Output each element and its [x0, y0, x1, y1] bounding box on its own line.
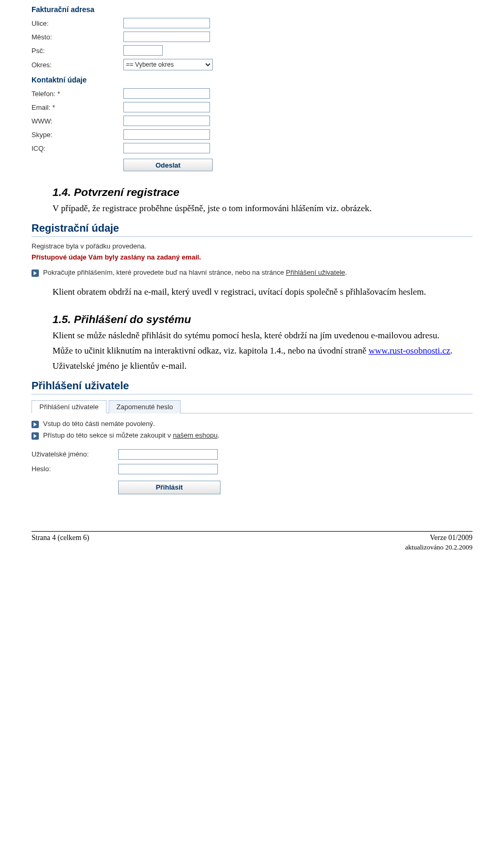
panel-login: Přihlášení uživatele Přihlášení uživatel… — [32, 380, 472, 494]
heading-1-5: 1.5. Přihlášení do systému — [52, 313, 472, 326]
row-zip: Psč: — [32, 45, 472, 56]
link-eshop[interactable]: našem eshopu — [173, 431, 217, 439]
label-email: Email: * — [32, 103, 123, 111]
input-city[interactable] — [123, 32, 210, 42]
label-street: Ulice: — [32, 19, 123, 27]
para-1-5-b: Může to učinit kliknutím na interaktivní… — [32, 345, 472, 357]
footer-page: Strana 4 (celkem 6) — [32, 534, 89, 552]
row-city: Město: — [32, 32, 472, 42]
para-1-4-outro: Klient obratem obdrží na e-mail, který u… — [32, 286, 472, 298]
row-district: Okres: == Vyberte okres — [32, 59, 472, 70]
row-www: WWW: — [32, 116, 472, 126]
arrow-right-icon — [32, 432, 39, 440]
bullet-text-post: . — [345, 268, 347, 276]
label-zip: Psč: — [32, 47, 123, 55]
input-www[interactable] — [123, 116, 210, 126]
row-phone: Telefon: * — [32, 88, 472, 99]
label-city: Město: — [32, 33, 123, 41]
input-username[interactable] — [118, 449, 218, 460]
input-skype[interactable] — [123, 129, 210, 140]
link-login-page[interactable]: Přihlášení uživatele — [286, 268, 345, 276]
input-street[interactable] — [123, 18, 210, 28]
tab-login[interactable]: Přihlášení uživatele — [32, 400, 107, 413]
section-title-contact: Kontaktní údaje — [32, 76, 472, 84]
bullet-buy-pre: Přístup do této sekce si můžete zakoupit… — [43, 431, 173, 439]
arrow-right-icon — [32, 269, 39, 277]
row-username: Uživatelské jméno: — [32, 449, 472, 460]
para-1-5-c: Uživatelské jméno je klientův e-mail. — [32, 360, 472, 372]
para-1-5-b-pre: Může to učinit kliknutím na interaktivní… — [52, 346, 369, 356]
input-phone[interactable] — [123, 88, 210, 99]
footer-updated: aktualizováno 20.2.2009 — [405, 543, 472, 552]
label-password: Heslo: — [32, 465, 118, 473]
row-icq: ICQ: — [32, 143, 472, 153]
note-registration-sent: Přístupové údaje Vám byly zaslány na zad… — [32, 253, 472, 261]
label-phone: Telefon: * — [32, 90, 123, 98]
row-skype: Skype: — [32, 129, 472, 140]
submit-button[interactable]: Odeslat — [123, 159, 213, 171]
bullet-buy-post: . — [217, 431, 219, 439]
row-password: Heslo: — [32, 464, 472, 474]
bullet-no-access: Vstup do této části nemáte povolený. — [32, 420, 472, 428]
label-icq: ICQ: — [32, 144, 123, 152]
tab-forgot-password[interactable]: Zapomenuté heslo — [109, 400, 181, 413]
arrow-right-icon — [32, 421, 39, 428]
section-title-billing: Fakturační adresa — [32, 5, 472, 14]
label-username: Uživatelské jméno: — [32, 450, 118, 458]
input-email[interactable] — [123, 102, 210, 112]
panel-title-login: Přihlášení uživatele — [32, 380, 472, 395]
footer-version: Verze 01/2009 — [405, 534, 472, 542]
para-1-4-intro: V případě, že registrace proběhne úspěšn… — [32, 203, 472, 215]
row-street: Ulice: — [32, 18, 472, 28]
label-district: Okres: — [32, 61, 123, 69]
label-skype: Skype: — [32, 131, 123, 139]
bullet-continue-login: Pokračujte přihlášením, které provedete … — [32, 268, 472, 277]
para-1-5-b-post: . — [450, 346, 453, 356]
para-1-5-a: Klient se může následně přihlásit do syt… — [32, 330, 472, 342]
login-button[interactable]: Přihlásit — [118, 481, 220, 494]
bullet-no-access-text: Vstup do této části nemáte povolený. — [43, 420, 155, 428]
heading-1-4: 1.4. Potvrzení registrace — [52, 186, 472, 199]
input-icq[interactable] — [123, 143, 210, 153]
bullet-buy-access: Přístup do této sekce si můžete zakoupit… — [32, 431, 472, 440]
login-form: Uživatelské jméno: Heslo: Přihlásit — [32, 449, 472, 494]
row-email: Email: * — [32, 102, 472, 112]
page-footer: Strana 4 (celkem 6) Verze 01/2009 aktual… — [32, 531, 472, 552]
input-zip[interactable] — [123, 45, 163, 56]
link-site[interactable]: www.rust-osobnosti.cz — [369, 346, 450, 356]
input-password[interactable] — [118, 464, 218, 474]
panel-registration-info: Registrační údaje Registrace byla v pořá… — [32, 222, 472, 277]
tabs-login: Přihlášení uživatele Zapomenuté heslo — [32, 400, 472, 413]
select-district[interactable]: == Vyberte okres — [123, 59, 213, 70]
bullet-text-pre: Pokračujte přihlášením, které provedete … — [43, 268, 286, 276]
panel-title-registration: Registrační údaje — [32, 222, 472, 237]
note-registration-ok: Registrace byla v pořádku provedena. — [32, 242, 472, 250]
label-www: WWW: — [32, 117, 123, 125]
